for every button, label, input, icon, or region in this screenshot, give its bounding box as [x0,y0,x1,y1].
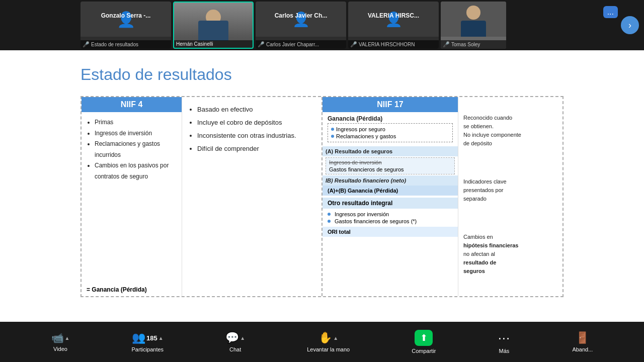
niif4-items-list: Primas Ingresos de inversión Reclamacion… [87,117,177,183]
note-group-2: Indicadores clave presentados por separa… [463,177,557,203]
niif17-notes-area: Reconocido cuando se obtienen. No incluy… [458,97,562,296]
left-bullets-panel: Basado en efectivo Incluye el cobro de d… [182,97,321,296]
raise-hand-icon: ✋ [318,331,332,344]
participants-caret[interactable]: ▲ [158,335,164,341]
right-panel-niif17: NIIF 17 Ganancia (Pérdida) Ingresos por … [323,97,562,296]
niif4-bullets-list: Basado en efectivo Incluye el cobro de d… [189,103,314,155]
list-item: Inconsistente con otras industrias. [197,129,314,142]
chat-caret[interactable]: ▲ [240,335,245,341]
chat-icon: 💬 [225,331,239,344]
list-item: Gastos financieros de seguros [329,166,451,173]
raise-hand-button[interactable]: ✋ ▲ Levantar la mano [307,331,350,352]
list-item: Incluye el cobro de depósitos [197,116,314,129]
raise-hand-caret[interactable]: ▲ [333,335,338,341]
niif4-header: NIIF 4 [82,97,182,112]
list-item: Ingresos de inversión [329,159,451,166]
list-item: Basado en efectivo [197,103,314,116]
chevron-right-icon: › [628,20,631,31]
list-item: Primas [95,117,177,128]
hernan-body-shape [198,21,228,41]
note-line: Reconocido cuando [463,114,557,122]
participant-name-gonzalo: 🎤 Estado de resultados [80,40,171,49]
bullet-dot [331,128,334,131]
participant-tile-carlos[interactable]: 👤 🎤 Carlos Javier Chaparr... Carlos Javi… [256,2,346,49]
tomas-head [466,6,480,20]
share-icon: ⬆ [415,330,433,346]
inversiones-section: Ingresos de inversión Gastos financieros… [326,157,455,174]
ganancia-section: Ganancia (Pérdida) Ingresos por seguro R… [323,112,458,146]
otro-resultado-items: Ingresos por inversión Gastos financiero… [323,209,458,227]
mic-muted-icon-valeria: 🎤 [350,41,357,48]
next-participants-button[interactable]: › [621,16,639,34]
mic-muted-icon-gonzalo: 🎤 [83,41,90,48]
list-item: Ingresos por seguro [331,126,449,133]
participant-tile-gonzalo[interactable]: 👤 🎤 Estado de resultados Gonzalo Serra -… [80,2,171,49]
note-line: No incluye componente [463,131,557,139]
gonzalo-label: Estado de resultados [91,42,138,47]
note-line: se obtienen. [463,122,557,131]
participant-name-hernan: Hernán Casinelli [174,40,253,48]
list-item: Difícil de comprender [197,142,314,155]
tomas-avatar [441,2,506,37]
more-participants-button[interactable]: ... [603,6,618,18]
video-caret[interactable]: ▲ [65,335,70,341]
list-item: Gastos financieros de seguros (*) [328,218,453,225]
participant-tile-tomas[interactable]: 🎤 Tomas Soley [441,2,506,49]
slide-body: NIIF 4 Primas Ingresos de inversión Recl… [80,96,564,297]
resultado-a-section: (A) Resultado de seguros [323,146,458,156]
participant-name-tomas: 🎤 Tomas Soley [441,40,506,49]
note-line: hipótesis financieras [463,241,557,250]
ganancia-dashed-items: Ingresos por seguro Reclamaciones y gast… [328,123,453,142]
valeria-label: VALERIA HIRSCHHORN [359,42,415,47]
list-item: Reclamaciones y gastos [331,133,449,140]
more-button[interactable]: ··· Más [498,330,511,354]
share-button[interactable]: ⬆ Compartir [412,330,436,354]
participant-name-carlos: 🎤 Carlos Javier Chaparr... [256,40,346,49]
note-group-1: Reconocido cuando se obtienen. No incluy… [463,114,557,148]
bullet-dot [331,135,334,138]
raise-hand-label: Levantar la mano [307,346,350,352]
video-label: Video [53,346,67,352]
ganancia-title: Ganancia (Pérdida) [328,115,453,122]
participants-bar: 👤 🎤 Estado de resultados Gonzalo Serra -… [0,0,644,50]
note-line: resultado de [463,258,557,267]
resultado-ab-section: (A)+(B) Ganancia (Pérdida) [323,186,458,196]
list-item: Ingresos de inversión [95,128,177,139]
note-line: presentados por [463,186,557,195]
niif17-column: NIIF 17 Ganancia (Pérdida) Ingresos por … [323,97,458,296]
niif4-content: Primas Ingresos de inversión Reclamacion… [82,112,182,283]
list-item: Reclamaciones y gastos incurridos [95,139,177,160]
list-item: Cambios en los pasivos por contratos de … [95,160,177,182]
note-line: Cambios en [463,233,557,241]
participant-tile-valeria[interactable]: 👤 🎤 VALERIA HIRSCHHORN VALERIA HIRSC... [348,2,439,49]
niif4-equals: = Ganancia (Pérdida) [82,283,182,296]
leave-button[interactable]: 🚪 Aband... [572,331,593,352]
video-button[interactable]: 📹 ▲ Video [51,332,70,352]
participant-count-badge: 185 [146,334,157,342]
note-line: Indicadores clave [463,177,557,186]
participantes-label: Participantes [132,346,164,352]
more-label: Más [499,348,510,354]
mic-muted-icon-carlos: 🎤 [258,41,265,48]
participant-tile-hernan[interactable]: Hernán Casinelli [173,2,254,49]
slide-title: Estado de resultados [80,65,564,84]
participants-icon: 👥 [132,331,145,344]
tomas-body-shape [461,21,486,37]
bullet-dot [328,213,331,216]
mic-muted-icon-tomas: 🎤 [443,41,450,48]
gonzalo-top-name: Gonzalo Serra -... [101,12,151,19]
niif17-header: NIIF 17 [323,97,458,112]
note-line: de depósito [463,139,557,148]
left-panel-niif4: NIIF 4 Primas Ingresos de inversión Recl… [82,97,323,296]
note-line: seguros [463,267,557,276]
hernan-label: Hernán Casinelli [176,41,213,47]
toolbar: 📹 ▲ Video 👥 185 ▲ Participantes 💬 ▲ Chat… [0,322,644,362]
share-label: Compartir [412,348,436,354]
participantes-button[interactable]: 👥 185 ▲ Participantes [132,331,164,352]
chat-label: Chat [229,346,241,352]
list-item: Ingresos por inversión [328,211,453,218]
more-icon: ··· [498,330,511,346]
bullet-dot [328,220,331,223]
chat-button[interactable]: 💬 ▲ Chat [225,331,245,352]
otro-resultado-title: Otro resultado integral [323,198,458,209]
